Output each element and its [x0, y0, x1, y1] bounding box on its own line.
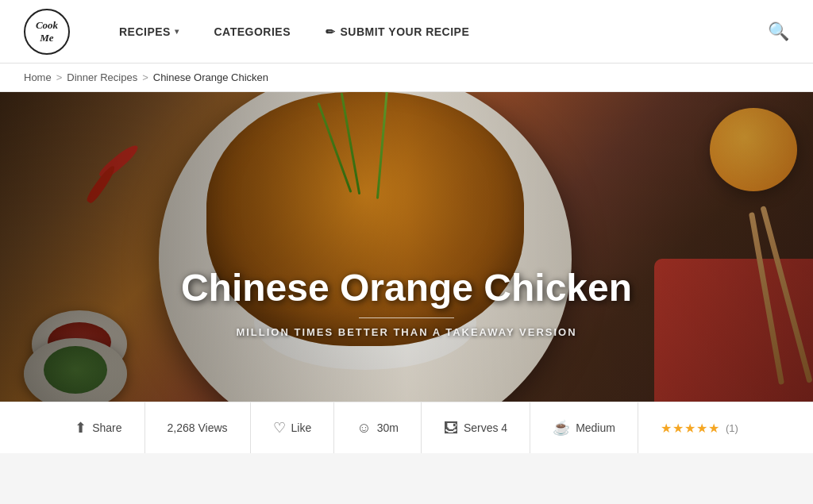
nav-categories[interactable]: CATEGORIES: [196, 17, 308, 46]
share-label: Share: [92, 421, 121, 434]
recipe-subtitle: MILLION TIMES BETTER THAN A TAKEAWAY VER…: [0, 326, 813, 338]
serves-label: Serves 4: [464, 421, 507, 434]
breadcrumb: Home > Dinner Recipes > Chinese Orange C…: [0, 63, 813, 92]
recipe-rating[interactable]: ★★★★★ (1): [638, 402, 761, 453]
hero-image: Chinese Orange Chicken MILLION TIMES BET…: [0, 92, 813, 402]
nav-submit-recipe[interactable]: ✏ SUBMIT YOUR RECIPE: [308, 17, 487, 46]
breadcrumb-sep1: >: [56, 71, 63, 83]
recipe-meta-bar: ⬆ Share 2,268 Views ♡ Like ☺ 30m ⛾ Serve…: [0, 402, 813, 453]
heart-icon: ♡: [273, 419, 286, 437]
like-button[interactable]: ♡ Like: [251, 402, 335, 453]
cook-time: ☺ 30m: [334, 402, 422, 453]
serves-count: ⛾ Serves 4: [422, 402, 530, 453]
search-button[interactable]: 🔍: [768, 21, 789, 42]
star-rating: ★★★★★: [661, 421, 720, 436]
share-button[interactable]: ⬆ Share: [52, 402, 144, 453]
difficulty-label: Medium: [576, 421, 615, 434]
breadcrumb-current: Chinese Orange Chicken: [153, 71, 268, 83]
views-label: 2,268 Views: [168, 421, 228, 434]
hero-text-container: Chinese Orange Chicken MILLION TIMES BET…: [0, 267, 813, 338]
logo[interactable]: CookMe: [24, 9, 70, 55]
nav-recipes[interactable]: RECIPES ▾: [102, 17, 196, 46]
hero-overlay: [0, 92, 813, 402]
servings-icon: ⛾: [444, 420, 458, 437]
difficulty-level: ☕ Medium: [530, 402, 638, 453]
hero-background: [0, 92, 813, 402]
clock-icon: ☺: [356, 420, 371, 437]
time-label: 30m: [377, 421, 399, 434]
like-label: Like: [291, 421, 312, 434]
header: CookMe RECIPES ▾ CATEGORIES ✏ SUBMIT YOU…: [0, 0, 813, 63]
breadcrumb-category[interactable]: Dinner Recipes: [67, 71, 137, 83]
review-count: (1): [726, 422, 738, 434]
search-icon: 🔍: [768, 21, 789, 42]
recipe-title: Chinese Orange Chicken: [0, 267, 813, 310]
views-count: 2,268 Views: [145, 402, 251, 453]
chevron-down-icon: ▾: [175, 27, 179, 36]
main-nav: RECIPES ▾ CATEGORIES ✏ SUBMIT YOUR RECIP…: [102, 17, 768, 46]
breadcrumb-sep2: >: [142, 71, 148, 83]
breadcrumb-home[interactable]: Home: [24, 71, 52, 83]
difficulty-icon: ☕: [553, 419, 570, 437]
share-icon: ⬆: [75, 419, 87, 437]
hero-divider: [359, 317, 454, 318]
pencil-icon: ✏: [326, 25, 336, 38]
